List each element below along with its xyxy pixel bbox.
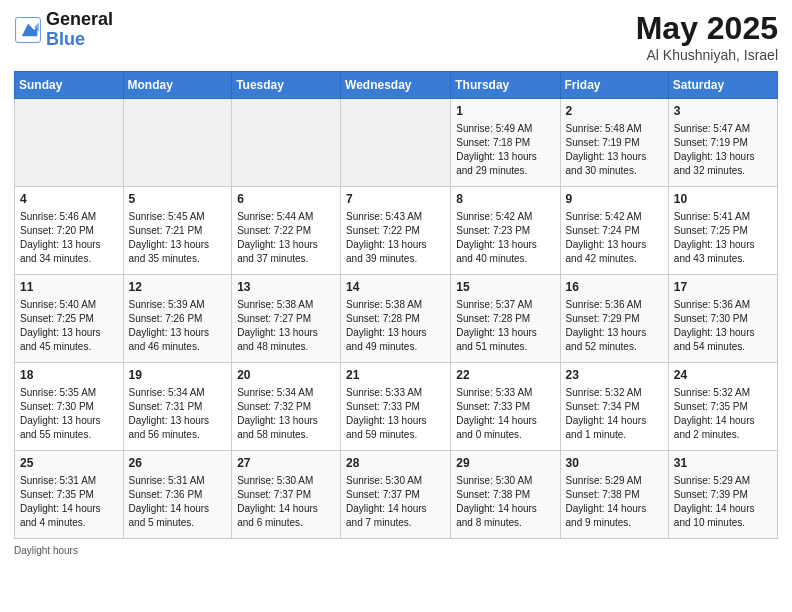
day-info-line: and 43 minutes. [674, 252, 772, 266]
day-info-line: Sunrise: 5:39 AM [129, 298, 227, 312]
day-info-line: Sunset: 7:22 PM [237, 224, 335, 238]
calendar-cell [341, 99, 451, 187]
day-info-line: Daylight: 14 hours [456, 414, 554, 428]
day-info-line: Daylight: 13 hours [20, 326, 118, 340]
calendar-cell: 4Sunrise: 5:46 AMSunset: 7:20 PMDaylight… [15, 187, 124, 275]
calendar-week-3: 11Sunrise: 5:40 AMSunset: 7:25 PMDayligh… [15, 275, 778, 363]
day-info-line: Sunset: 7:32 PM [237, 400, 335, 414]
day-info-line: and 1 minute. [566, 428, 663, 442]
day-info-line: Sunset: 7:19 PM [674, 136, 772, 150]
day-info-line: Sunrise: 5:47 AM [674, 122, 772, 136]
day-info-line: Sunrise: 5:40 AM [20, 298, 118, 312]
day-number: 24 [674, 367, 772, 384]
day-info-line: Sunset: 7:33 PM [346, 400, 445, 414]
day-info-line: and 5 minutes. [129, 516, 227, 530]
day-info-line: Sunset: 7:35 PM [20, 488, 118, 502]
day-info-line: and 59 minutes. [346, 428, 445, 442]
day-info-line: Daylight: 13 hours [566, 326, 663, 340]
day-info-line: Daylight: 13 hours [566, 150, 663, 164]
day-info-line: Daylight: 13 hours [456, 326, 554, 340]
day-info-line: Sunset: 7:30 PM [20, 400, 118, 414]
calendar-cell: 25Sunrise: 5:31 AMSunset: 7:35 PMDayligh… [15, 451, 124, 539]
day-info-line: Sunrise: 5:44 AM [237, 210, 335, 224]
day-info-line: Sunset: 7:20 PM [20, 224, 118, 238]
day-info-line: and 35 minutes. [129, 252, 227, 266]
day-info-line: and 34 minutes. [20, 252, 118, 266]
day-info-line: Sunset: 7:22 PM [346, 224, 445, 238]
day-info-line: and 8 minutes. [456, 516, 554, 530]
day-info-line: Daylight: 14 hours [566, 502, 663, 516]
day-number: 14 [346, 279, 445, 296]
day-info-line: and 39 minutes. [346, 252, 445, 266]
calendar-cell: 26Sunrise: 5:31 AMSunset: 7:36 PMDayligh… [123, 451, 232, 539]
day-number: 6 [237, 191, 335, 208]
day-number: 5 [129, 191, 227, 208]
day-info-line: Sunset: 7:28 PM [346, 312, 445, 326]
day-info-line: Sunset: 7:30 PM [674, 312, 772, 326]
subtitle: Al Khushniyah, Israel [636, 47, 778, 63]
day-info-line: Sunset: 7:31 PM [129, 400, 227, 414]
day-info-line: Sunset: 7:26 PM [129, 312, 227, 326]
day-info-line: Sunset: 7:23 PM [456, 224, 554, 238]
day-info-line: Sunrise: 5:32 AM [566, 386, 663, 400]
day-info-line: Daylight: 14 hours [456, 502, 554, 516]
day-info-line: Sunrise: 5:31 AM [20, 474, 118, 488]
day-number: 25 [20, 455, 118, 472]
day-info-line: Sunrise: 5:45 AM [129, 210, 227, 224]
day-info-line: Sunrise: 5:38 AM [346, 298, 445, 312]
day-info-line: Sunset: 7:37 PM [237, 488, 335, 502]
calendar-cell: 12Sunrise: 5:39 AMSunset: 7:26 PMDayligh… [123, 275, 232, 363]
calendar-cell: 9Sunrise: 5:42 AMSunset: 7:24 PMDaylight… [560, 187, 668, 275]
calendar-cell [123, 99, 232, 187]
day-info-line: Sunset: 7:28 PM [456, 312, 554, 326]
day-info-line: and 46 minutes. [129, 340, 227, 354]
weekday-header-monday: Monday [123, 72, 232, 99]
calendar-cell: 5Sunrise: 5:45 AMSunset: 7:21 PMDaylight… [123, 187, 232, 275]
calendar-cell: 6Sunrise: 5:44 AMSunset: 7:22 PMDaylight… [232, 187, 341, 275]
day-info-line: Sunrise: 5:32 AM [674, 386, 772, 400]
day-info-line: Daylight: 13 hours [346, 326, 445, 340]
day-number: 7 [346, 191, 445, 208]
day-info-line: Sunrise: 5:46 AM [20, 210, 118, 224]
calendar-cell: 18Sunrise: 5:35 AMSunset: 7:30 PMDayligh… [15, 363, 124, 451]
calendar-cell: 7Sunrise: 5:43 AMSunset: 7:22 PMDaylight… [341, 187, 451, 275]
logo: General Blue [14, 10, 113, 50]
day-number: 8 [456, 191, 554, 208]
calendar-cell: 1Sunrise: 5:49 AMSunset: 7:18 PMDaylight… [451, 99, 560, 187]
calendar-cell: 31Sunrise: 5:29 AMSunset: 7:39 PMDayligh… [668, 451, 777, 539]
day-info-line: Daylight: 13 hours [129, 238, 227, 252]
day-info-line: Daylight: 14 hours [674, 502, 772, 516]
day-info-line: Daylight: 13 hours [674, 326, 772, 340]
day-number: 17 [674, 279, 772, 296]
day-info-line: Sunset: 7:21 PM [129, 224, 227, 238]
day-info-line: and 9 minutes. [566, 516, 663, 530]
day-info-line: Daylight: 13 hours [674, 238, 772, 252]
day-info-line: Daylight: 13 hours [456, 150, 554, 164]
calendar-cell: 20Sunrise: 5:34 AMSunset: 7:32 PMDayligh… [232, 363, 341, 451]
day-info-line: Sunrise: 5:42 AM [456, 210, 554, 224]
day-info-line: Daylight: 13 hours [129, 326, 227, 340]
day-info-line: Sunset: 7:34 PM [566, 400, 663, 414]
logo-text: General Blue [46, 10, 113, 50]
calendar-cell: 19Sunrise: 5:34 AMSunset: 7:31 PMDayligh… [123, 363, 232, 451]
day-info-line: Daylight: 13 hours [566, 238, 663, 252]
calendar-cell: 27Sunrise: 5:30 AMSunset: 7:37 PMDayligh… [232, 451, 341, 539]
calendar-cell: 16Sunrise: 5:36 AMSunset: 7:29 PMDayligh… [560, 275, 668, 363]
weekday-header-wednesday: Wednesday [341, 72, 451, 99]
day-number: 11 [20, 279, 118, 296]
day-info-line: Daylight: 14 hours [129, 502, 227, 516]
day-info-line: Daylight: 13 hours [237, 326, 335, 340]
day-info-line: Sunset: 7:38 PM [456, 488, 554, 502]
day-number: 28 [346, 455, 445, 472]
calendar-cell: 30Sunrise: 5:29 AMSunset: 7:38 PMDayligh… [560, 451, 668, 539]
day-info-line: Sunrise: 5:36 AM [566, 298, 663, 312]
day-info-line: Daylight: 14 hours [20, 502, 118, 516]
weekday-header-thursday: Thursday [451, 72, 560, 99]
day-number: 27 [237, 455, 335, 472]
day-info-line: and 6 minutes. [237, 516, 335, 530]
day-info-line: Sunrise: 5:42 AM [566, 210, 663, 224]
calendar-cell: 8Sunrise: 5:42 AMSunset: 7:23 PMDaylight… [451, 187, 560, 275]
calendar-week-5: 25Sunrise: 5:31 AMSunset: 7:35 PMDayligh… [15, 451, 778, 539]
day-info-line: Sunrise: 5:38 AM [237, 298, 335, 312]
day-info-line: Daylight: 13 hours [674, 150, 772, 164]
